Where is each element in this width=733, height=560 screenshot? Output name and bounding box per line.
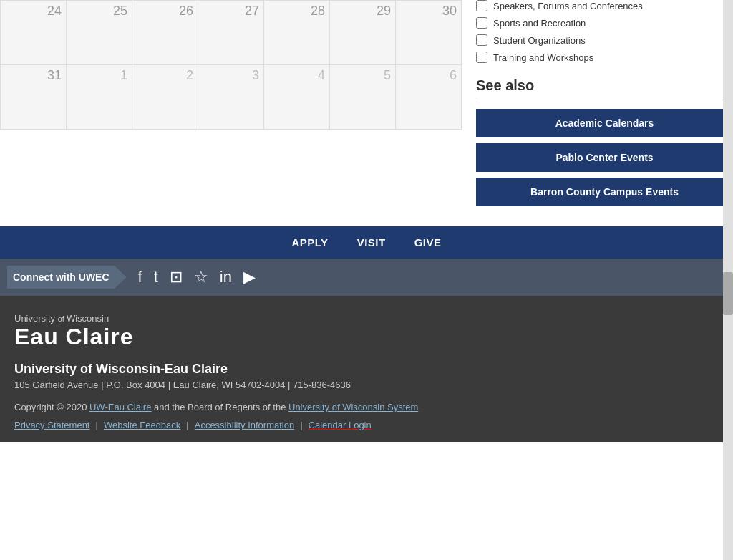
calendar-grid: 2425262728293031123456: [0, 0, 462, 212]
calendar-day[interactable]: 29: [330, 1, 396, 65]
university-logo: University of Wisconsin Eau Claire: [14, 313, 719, 350]
social-icons: ft⊡☆in▶: [138, 268, 256, 286]
scrollbar-track[interactable]: [723, 0, 733, 442]
calendar-day[interactable]: 1: [67, 65, 132, 130]
filter-checkbox[interactable]: [476, 34, 487, 46]
calendar-day[interactable]: 30: [396, 1, 462, 65]
day-number: 3: [203, 68, 259, 83]
footer-nav-link[interactable]: VISIT: [357, 236, 386, 248]
sidebar: Speakers, Forums and ConferencesSports a…: [462, 0, 733, 212]
day-number: 29: [334, 4, 391, 19]
day-number: 25: [71, 4, 127, 19]
calendar-day[interactable]: 3: [198, 65, 264, 130]
calendar-area: 2425262728293031123456 Speakers, Forums …: [0, 0, 733, 212]
calendar-day[interactable]: 5: [330, 65, 396, 130]
day-number: 28: [268, 4, 325, 19]
day-number: 1: [71, 68, 127, 83]
filter-label: Sports and Recreation: [493, 18, 586, 29]
filter-label: Training and Workshops: [493, 52, 593, 63]
linkedin-icon[interactable]: in: [220, 268, 232, 286]
footer-link[interactable]: Accessibility Information: [195, 420, 294, 430]
day-number: 30: [400, 4, 457, 19]
filter-item[interactable]: Student Organizations: [476, 34, 733, 46]
connect-label: Connect with UWEC: [7, 266, 127, 289]
filter-checkbox[interactable]: [476, 0, 487, 11]
filter-item[interactable]: Sports and Recreation: [476, 17, 733, 29]
calendar-day[interactable]: 31: [1, 65, 67, 130]
footer-link-separator: |: [96, 420, 98, 430]
day-number: 31: [5, 68, 62, 83]
see-also-button[interactable]: Barron County Campus Events: [476, 178, 733, 206]
social-bar: Connect with UWEC ft⊡☆in▶: [0, 259, 733, 296]
calendar-day[interactable]: 6: [396, 65, 462, 130]
see-also-title: See also: [476, 77, 733, 100]
day-number: 2: [137, 68, 193, 83]
see-also-button[interactable]: Academic Calendars: [476, 109, 733, 137]
snapchat-icon[interactable]: ☆: [194, 268, 208, 286]
day-number: 24: [5, 4, 62, 19]
footer-link-separator: |: [186, 420, 188, 430]
day-number: 5: [334, 68, 391, 83]
footer-link-separator: |: [300, 420, 302, 430]
calendar-day[interactable]: 26: [132, 1, 198, 65]
logo-of: of: [58, 314, 67, 323]
uw-eau-claire-link[interactable]: UW-Eau Claire: [89, 402, 151, 412]
filter-checkbox[interactable]: [476, 17, 487, 29]
scrollbar-thumb[interactable]: [723, 272, 733, 315]
university-address: 105 Garfield Avenue | P.O. Box 4004 | Ea…: [14, 380, 719, 390]
calendar-day[interactable]: 27: [198, 1, 264, 65]
filter-item[interactable]: Speakers, Forums and Conferences: [476, 0, 733, 11]
see-also-button[interactable]: Pablo Center Events: [476, 143, 733, 172]
calendar-day[interactable]: 28: [264, 1, 330, 65]
footer-link[interactable]: Calendar Login: [309, 420, 372, 430]
youtube-icon[interactable]: ▶: [243, 268, 256, 286]
footer-link[interactable]: Privacy Statement: [14, 420, 90, 430]
university-name: University of Wisconsin-Eau Claire: [14, 362, 719, 377]
footer-links: Privacy Statement | Website Feedback | A…: [14, 420, 719, 430]
logo-eau-claire: Eau Claire: [14, 324, 719, 350]
logo-university: University: [14, 313, 58, 324]
footer-nav-link[interactable]: GIVE: [414, 236, 442, 248]
calendar-day[interactable]: 4: [264, 65, 330, 130]
calendar-day[interactable]: 2: [132, 65, 198, 130]
day-number: 26: [137, 4, 193, 19]
filter-checkbox[interactable]: [476, 52, 487, 63]
day-number: 27: [203, 4, 259, 19]
filter-list: Speakers, Forums and ConferencesSports a…: [476, 0, 733, 63]
footer-nav-links[interactable]: APPLYVISITGIVE: [0, 236, 733, 248]
day-number: 6: [400, 68, 457, 83]
logo-wisconsin: Wisconsin: [67, 313, 109, 324]
filter-label: Student Organizations: [493, 35, 586, 46]
copyright-line: Copyright © 2020 UW-Eau Claire and the B…: [14, 402, 719, 412]
uw-system-link[interactable]: University of Wisconsin System: [288, 402, 418, 412]
filter-item[interactable]: Training and Workshops: [476, 52, 733, 63]
footer-link[interactable]: Website Feedback: [104, 420, 180, 430]
instagram-icon[interactable]: ⊡: [170, 268, 183, 286]
calendar-day[interactable]: 24: [1, 1, 67, 65]
calendar-day[interactable]: 25: [67, 1, 132, 65]
day-number: 4: [268, 68, 325, 83]
copyright-mid: and the Board of Regents of the: [154, 402, 286, 412]
footer-nav: APPLYVISITGIVE: [0, 226, 733, 259]
calendar-table: 2425262728293031123456: [0, 0, 462, 130]
copyright-text: Copyright © 2020: [14, 402, 87, 412]
footer-nav-link[interactable]: APPLY: [291, 236, 328, 248]
see-also-buttons: Academic CalendarsPablo Center EventsBar…: [476, 109, 733, 206]
twitter-icon[interactable]: t: [154, 268, 158, 286]
filter-label: Speakers, Forums and Conferences: [493, 1, 643, 11]
university-footer: University of Wisconsin Eau Claire Unive…: [0, 296, 733, 442]
facebook-icon[interactable]: f: [138, 268, 142, 286]
